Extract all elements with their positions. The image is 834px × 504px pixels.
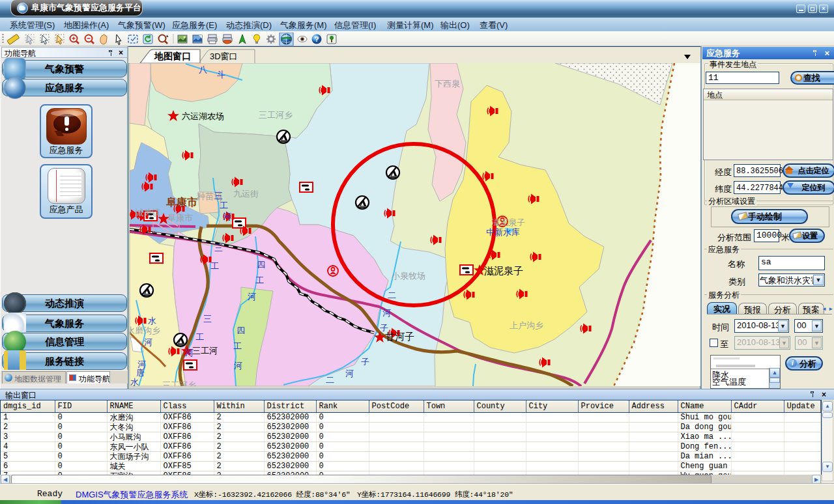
svg-text:三: 三 [214,191,223,201]
svg-text:工: 工 [233,341,242,351]
svg-text:六运湖农场: 六运湖农场 [182,111,224,121]
svg-text:水磨沟乡: 水磨沟乡 [130,326,160,335]
svg-text:三: 三 [203,314,212,324]
svg-text:工: 工 [195,332,204,342]
svg-text:三工河乡: 三工河乡 [162,380,196,386]
svg-text:三: 三 [214,243,223,253]
svg-text:四: 四 [257,260,265,270]
svg-text:城关镇: 城关镇 [135,208,160,217]
svg-text:下西泉: 下西泉 [435,79,460,89]
svg-text:小泉牧场: 小泉牧场 [391,271,425,281]
svg-text:二: 二 [388,290,396,300]
svg-text:工: 工 [210,261,219,271]
svg-text:三工河乡: 三工河乡 [259,110,293,120]
svg-text:3D窗口: 3D窗口 [210,51,238,61]
svg-text:水: 水 [148,316,156,326]
svg-text:子: 子 [380,323,388,333]
svg-text:三工河: 三工河 [192,346,218,356]
svg-text:九运街: 九运街 [233,189,259,199]
svg-text:水: 水 [130,377,139,386]
svg-text:二: 二 [326,375,334,385]
svg-text:滋泥泉子: 滋泥泉子 [491,217,525,227]
svg-text:河: 河 [223,212,231,221]
svg-text:?: ? [315,35,319,43]
svg-text:河: 河 [248,292,256,301]
svg-text:阜康市: 阜康市 [165,196,197,208]
svg-text:阜康市: 阜康市 [167,213,193,223]
svg-text:河: 河 [185,348,194,357]
svg-text:河: 河 [234,361,242,371]
svg-text:甘河子: 甘河子 [385,331,414,342]
svg-text:工: 工 [220,201,228,210]
svg-text:河: 河 [144,337,152,347]
svg-text:河: 河 [382,308,391,318]
svg-text:地图窗口: 地图窗口 [154,51,191,61]
svg-text:上户沟乡: 上户沟乡 [510,320,543,330]
svg-text:河: 河 [345,369,354,378]
svg-text:滋泥泉子: 滋泥泉子 [484,265,523,276]
svg-text:斗: 斗 [216,70,225,79]
svg-text:子: 子 [361,357,369,367]
svg-text:唐: 唐 [136,368,145,378]
svg-text:八: 八 [199,64,207,74]
svg-text:中新水库: 中新水库 [486,227,520,237]
svg-text:工: 工 [255,275,264,285]
svg-text:四: 四 [237,326,245,335]
